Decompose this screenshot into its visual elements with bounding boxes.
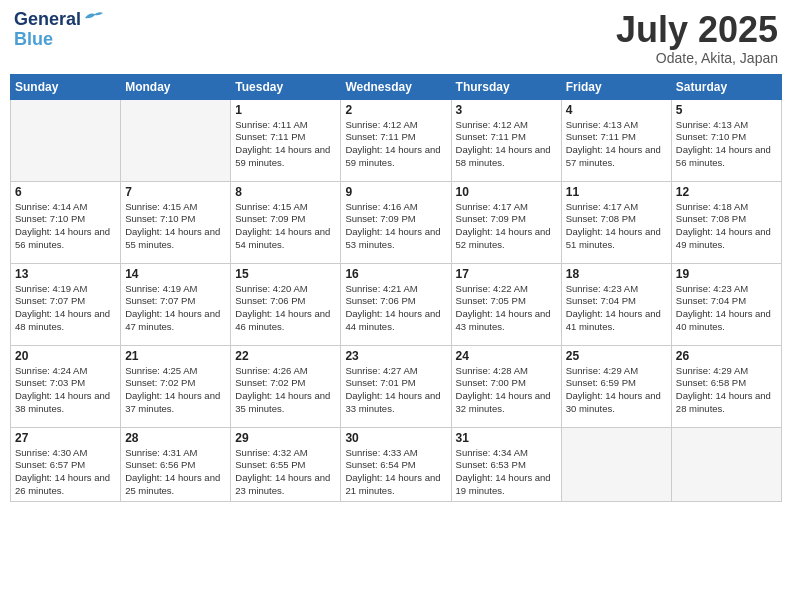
calendar-cell [561, 427, 671, 501]
calendar-cell: 31Sunrise: 4:34 AM Sunset: 6:53 PM Dayli… [451, 427, 561, 501]
day-number: 26 [676, 349, 777, 363]
day-number: 20 [15, 349, 116, 363]
calendar-cell [11, 99, 121, 181]
month-title: July 2025 [616, 10, 778, 50]
day-number: 4 [566, 103, 667, 117]
calendar-cell: 19Sunrise: 4:23 AM Sunset: 7:04 PM Dayli… [671, 263, 781, 345]
header: General Blue July 2025 Odate, Akita, Jap… [10, 10, 782, 66]
day-info: Sunrise: 4:14 AM Sunset: 7:10 PM Dayligh… [15, 201, 116, 252]
calendar-cell: 26Sunrise: 4:29 AM Sunset: 6:58 PM Dayli… [671, 345, 781, 427]
location: Odate, Akita, Japan [616, 50, 778, 66]
weekday-header-tuesday: Tuesday [231, 74, 341, 99]
calendar: SundayMondayTuesdayWednesdayThursdayFrid… [10, 74, 782, 502]
day-number: 5 [676, 103, 777, 117]
weekday-header-friday: Friday [561, 74, 671, 99]
day-number: 12 [676, 185, 777, 199]
day-number: 14 [125, 267, 226, 281]
logo: General Blue [14, 10, 105, 50]
calendar-cell: 10Sunrise: 4:17 AM Sunset: 7:09 PM Dayli… [451, 181, 561, 263]
day-number: 13 [15, 267, 116, 281]
calendar-cell: 9Sunrise: 4:16 AM Sunset: 7:09 PM Daylig… [341, 181, 451, 263]
day-number: 9 [345, 185, 446, 199]
day-number: 16 [345, 267, 446, 281]
day-info: Sunrise: 4:17 AM Sunset: 7:08 PM Dayligh… [566, 201, 667, 252]
day-number: 21 [125, 349, 226, 363]
calendar-cell: 29Sunrise: 4:32 AM Sunset: 6:55 PM Dayli… [231, 427, 341, 501]
bird-icon [83, 10, 105, 26]
calendar-cell: 17Sunrise: 4:22 AM Sunset: 7:05 PM Dayli… [451, 263, 561, 345]
day-number: 19 [676, 267, 777, 281]
day-number: 17 [456, 267, 557, 281]
day-info: Sunrise: 4:11 AM Sunset: 7:11 PM Dayligh… [235, 119, 336, 170]
day-info: Sunrise: 4:22 AM Sunset: 7:05 PM Dayligh… [456, 283, 557, 334]
calendar-cell: 1Sunrise: 4:11 AM Sunset: 7:11 PM Daylig… [231, 99, 341, 181]
calendar-week-1: 1Sunrise: 4:11 AM Sunset: 7:11 PM Daylig… [11, 99, 782, 181]
day-number: 23 [345, 349, 446, 363]
day-info: Sunrise: 4:21 AM Sunset: 7:06 PM Dayligh… [345, 283, 446, 334]
day-info: Sunrise: 4:23 AM Sunset: 7:04 PM Dayligh… [566, 283, 667, 334]
day-info: Sunrise: 4:18 AM Sunset: 7:08 PM Dayligh… [676, 201, 777, 252]
day-number: 10 [456, 185, 557, 199]
day-number: 25 [566, 349, 667, 363]
day-number: 27 [15, 431, 116, 445]
calendar-week-3: 13Sunrise: 4:19 AM Sunset: 7:07 PM Dayli… [11, 263, 782, 345]
day-info: Sunrise: 4:19 AM Sunset: 7:07 PM Dayligh… [15, 283, 116, 334]
day-info: Sunrise: 4:30 AM Sunset: 6:57 PM Dayligh… [15, 447, 116, 498]
calendar-cell: 6Sunrise: 4:14 AM Sunset: 7:10 PM Daylig… [11, 181, 121, 263]
calendar-cell: 13Sunrise: 4:19 AM Sunset: 7:07 PM Dayli… [11, 263, 121, 345]
calendar-cell: 12Sunrise: 4:18 AM Sunset: 7:08 PM Dayli… [671, 181, 781, 263]
day-number: 30 [345, 431, 446, 445]
calendar-cell: 14Sunrise: 4:19 AM Sunset: 7:07 PM Dayli… [121, 263, 231, 345]
calendar-week-4: 20Sunrise: 4:24 AM Sunset: 7:03 PM Dayli… [11, 345, 782, 427]
day-number: 2 [345, 103, 446, 117]
day-info: Sunrise: 4:13 AM Sunset: 7:11 PM Dayligh… [566, 119, 667, 170]
calendar-cell: 7Sunrise: 4:15 AM Sunset: 7:10 PM Daylig… [121, 181, 231, 263]
day-number: 7 [125, 185, 226, 199]
weekday-header-sunday: Sunday [11, 74, 121, 99]
calendar-cell: 16Sunrise: 4:21 AM Sunset: 7:06 PM Dayli… [341, 263, 451, 345]
title-block: July 2025 Odate, Akita, Japan [616, 10, 778, 66]
day-info: Sunrise: 4:23 AM Sunset: 7:04 PM Dayligh… [676, 283, 777, 334]
day-info: Sunrise: 4:13 AM Sunset: 7:10 PM Dayligh… [676, 119, 777, 170]
day-info: Sunrise: 4:12 AM Sunset: 7:11 PM Dayligh… [345, 119, 446, 170]
calendar-cell: 5Sunrise: 4:13 AM Sunset: 7:10 PM Daylig… [671, 99, 781, 181]
day-number: 15 [235, 267, 336, 281]
day-info: Sunrise: 4:17 AM Sunset: 7:09 PM Dayligh… [456, 201, 557, 252]
calendar-cell: 28Sunrise: 4:31 AM Sunset: 6:56 PM Dayli… [121, 427, 231, 501]
calendar-cell: 3Sunrise: 4:12 AM Sunset: 7:11 PM Daylig… [451, 99, 561, 181]
calendar-cell: 8Sunrise: 4:15 AM Sunset: 7:09 PM Daylig… [231, 181, 341, 263]
day-info: Sunrise: 4:26 AM Sunset: 7:02 PM Dayligh… [235, 365, 336, 416]
day-number: 8 [235, 185, 336, 199]
day-number: 29 [235, 431, 336, 445]
day-info: Sunrise: 4:31 AM Sunset: 6:56 PM Dayligh… [125, 447, 226, 498]
calendar-cell [671, 427, 781, 501]
calendar-cell: 30Sunrise: 4:33 AM Sunset: 6:54 PM Dayli… [341, 427, 451, 501]
calendar-cell: 22Sunrise: 4:26 AM Sunset: 7:02 PM Dayli… [231, 345, 341, 427]
calendar-cell: 2Sunrise: 4:12 AM Sunset: 7:11 PM Daylig… [341, 99, 451, 181]
day-number: 6 [15, 185, 116, 199]
calendar-week-5: 27Sunrise: 4:30 AM Sunset: 6:57 PM Dayli… [11, 427, 782, 501]
day-info: Sunrise: 4:34 AM Sunset: 6:53 PM Dayligh… [456, 447, 557, 498]
calendar-cell: 18Sunrise: 4:23 AM Sunset: 7:04 PM Dayli… [561, 263, 671, 345]
calendar-week-2: 6Sunrise: 4:14 AM Sunset: 7:10 PM Daylig… [11, 181, 782, 263]
day-info: Sunrise: 4:15 AM Sunset: 7:09 PM Dayligh… [235, 201, 336, 252]
logo-blue: Blue [14, 30, 53, 50]
day-number: 18 [566, 267, 667, 281]
day-info: Sunrise: 4:16 AM Sunset: 7:09 PM Dayligh… [345, 201, 446, 252]
day-info: Sunrise: 4:29 AM Sunset: 6:58 PM Dayligh… [676, 365, 777, 416]
day-number: 11 [566, 185, 667, 199]
day-number: 3 [456, 103, 557, 117]
day-info: Sunrise: 4:33 AM Sunset: 6:54 PM Dayligh… [345, 447, 446, 498]
weekday-header-thursday: Thursday [451, 74, 561, 99]
day-info: Sunrise: 4:32 AM Sunset: 6:55 PM Dayligh… [235, 447, 336, 498]
day-info: Sunrise: 4:25 AM Sunset: 7:02 PM Dayligh… [125, 365, 226, 416]
calendar-cell: 25Sunrise: 4:29 AM Sunset: 6:59 PM Dayli… [561, 345, 671, 427]
logo-text: General [14, 10, 81, 30]
weekday-header-monday: Monday [121, 74, 231, 99]
day-number: 28 [125, 431, 226, 445]
day-info: Sunrise: 4:27 AM Sunset: 7:01 PM Dayligh… [345, 365, 446, 416]
page: General Blue July 2025 Odate, Akita, Jap… [0, 0, 792, 612]
calendar-cell: 11Sunrise: 4:17 AM Sunset: 7:08 PM Dayli… [561, 181, 671, 263]
day-info: Sunrise: 4:12 AM Sunset: 7:11 PM Dayligh… [456, 119, 557, 170]
weekday-header-wednesday: Wednesday [341, 74, 451, 99]
